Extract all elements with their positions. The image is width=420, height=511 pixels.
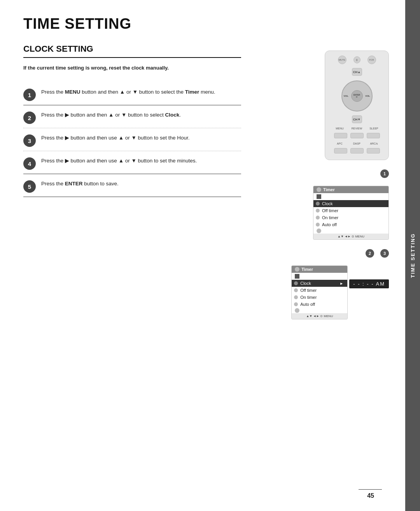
row1-buttons xyxy=(334,133,380,138)
menu2-auto-off: Auto off xyxy=(292,301,347,308)
sleep-label: SLEEP xyxy=(368,127,381,130)
diagrams-area: MUTE 0 FCR CH▲ VOL VOL ENTER⊙ xyxy=(272,51,389,319)
menu1-header: Timer xyxy=(313,186,388,193)
timer-bold: Timer xyxy=(185,89,200,95)
ref-2: 2 xyxy=(366,249,374,258)
step-text-5: Press the ENTER button to save. xyxy=(41,180,119,188)
arc-button[interactable] xyxy=(367,148,380,153)
apc-label: APC xyxy=(333,142,346,145)
menu1-header-icon xyxy=(317,187,321,192)
menu1-off-timer: Off timer xyxy=(313,207,388,214)
step-row-1: 1 Press the MENU button and then ▲ or ▼ … xyxy=(23,82,241,105)
remote-top-buttons: MUTE 0 FCR xyxy=(338,56,376,64)
step-text-4: Press the ▶ button and then use ▲ or ▼ b… xyxy=(41,157,197,165)
menu1-item5 xyxy=(313,228,388,234)
review-button[interactable] xyxy=(350,133,364,138)
clock-value-panel: - - : - - AM xyxy=(349,265,389,288)
menu2-header-icon xyxy=(295,267,299,272)
remote-control: MUTE 0 FCR CH▲ VOL VOL ENTER⊙ xyxy=(325,51,389,160)
apc-button[interactable] xyxy=(334,148,347,153)
menu-bold: MENU xyxy=(65,89,80,95)
ch-down-button[interactable]: CH▼ xyxy=(352,115,362,123)
steps-area: 1 Press the MENU button and then ▲ or ▼ … xyxy=(23,82,241,197)
enter-bold: ENTER xyxy=(65,181,83,187)
menu1-clock: Clock xyxy=(313,200,388,207)
step-text-3: Press the ▶ button and then use ▲ or ▼ b… xyxy=(41,134,189,142)
vol-right-label: VOL xyxy=(365,95,370,97)
ch-up-area: CH▲ xyxy=(352,68,362,76)
menu2-off-icon xyxy=(294,288,298,292)
timer-menu-1: Timer Clock Off timer On timer xyxy=(313,186,389,240)
fcr-button[interactable]: FCR xyxy=(368,56,376,64)
menu-button[interactable] xyxy=(334,133,347,138)
menu1-header-text: Timer xyxy=(323,187,335,192)
timer-menu-2: Timer Clock ► Off timer xyxy=(291,265,348,319)
section-title: CLOCK SETTING xyxy=(23,44,241,58)
menu2-item5 xyxy=(292,308,347,313)
menu1-off-icon xyxy=(316,209,320,213)
timer-menu-2-container: Timer Clock ► Off timer xyxy=(291,265,389,319)
vol-left-label: VOL xyxy=(344,95,348,97)
menu2-items: Clock ► Off timer On timer Auto off xyxy=(292,273,347,313)
menu1-auto-icon xyxy=(316,223,320,227)
menu2-off-timer: Off timer xyxy=(292,287,347,294)
step-text-2: Press the ▶ button and then ▲ or ▼ butto… xyxy=(41,111,181,119)
menu2-header: Timer xyxy=(292,266,347,273)
zero-button[interactable]: 0 xyxy=(354,56,360,63)
step-text-1: Press the MENU button and then ▲ or ▼ bu… xyxy=(41,88,215,96)
menu2-clock-arrow: ► xyxy=(340,281,343,286)
menu2-on-timer: On timer xyxy=(292,294,347,301)
menu2-footer: ▲▼ ◄► ⊙ MENU xyxy=(292,313,347,319)
page-container: TIME SETTING CLOCK SETTING If the curren… xyxy=(0,0,420,511)
ch-down-area: CH▼ xyxy=(352,115,362,123)
ref-row-23: 2 3 xyxy=(272,249,389,258)
arc-label: ARC/s xyxy=(368,142,381,145)
menu1-item-square xyxy=(313,193,388,200)
ref-1: 1 xyxy=(380,169,389,178)
ref-3: 3 xyxy=(380,249,389,258)
menu2-clock: Clock ► xyxy=(292,280,347,287)
menu2-auto-icon xyxy=(294,302,298,306)
menu2-header-text: Timer xyxy=(301,267,313,272)
step-number-4: 4 xyxy=(23,157,36,170)
review-label: REVIEW xyxy=(350,127,364,130)
menu1-on-timer: On timer xyxy=(313,214,388,221)
page-number: 45 xyxy=(367,492,374,499)
enter-center-button[interactable]: ENTER⊙ xyxy=(351,90,363,102)
dasp-label: DASP xyxy=(350,142,364,145)
ch-up-button[interactable]: CH▲ xyxy=(352,68,362,76)
menu2-item-square xyxy=(292,273,347,280)
menu1-on-icon xyxy=(316,216,320,220)
menu2-clock-icon xyxy=(294,281,298,285)
step-number-5: 5 xyxy=(23,180,36,193)
menu1-auto-off: Auto off xyxy=(313,221,388,228)
step-row-3: 3 Press the ▶ button and then use ▲ or ▼… xyxy=(23,128,241,151)
ref-row-1: 1 xyxy=(313,169,389,178)
clock-bold: Clock xyxy=(165,112,179,118)
side-tab-text: TIME SETTING xyxy=(410,233,416,278)
menu1-items: Clock Off timer On timer Auto off xyxy=(313,193,388,234)
nav-circle: VOL VOL ENTER⊙ xyxy=(341,80,373,112)
menu2-footer-text: ▲▼ ◄► ⊙ MENU xyxy=(306,314,333,318)
side-tab: TIME SETTING xyxy=(405,0,420,511)
step-row-5: 5 Press the ENTER button to save. xyxy=(23,174,241,197)
page-number-line xyxy=(359,489,382,490)
menu1-clock-icon xyxy=(316,202,320,206)
row2-labels: APC DASP ARC/s xyxy=(333,142,381,145)
step-number-2: 2 xyxy=(23,112,36,124)
menu2-on-icon xyxy=(294,295,298,299)
clock-value-display: - - : - - AM xyxy=(349,279,389,288)
row2-buttons xyxy=(334,148,380,153)
sleep-button[interactable] xyxy=(367,133,380,138)
mute-button[interactable]: MUTE xyxy=(338,56,346,64)
dasp-button[interactable] xyxy=(350,148,364,153)
row1-labels: MENU REVIEW SLEEP xyxy=(333,127,381,130)
step-number-1: 1 xyxy=(23,89,36,101)
menu1-footer-text: ▲▼ ◄► ⊙ MENU xyxy=(338,235,364,238)
page-title: TIME SETTING xyxy=(23,16,386,32)
menu-label: MENU xyxy=(333,127,346,130)
step-row-4: 4 Press the ▶ button and then use ▲ or ▼… xyxy=(23,151,241,174)
step-number-3: 3 xyxy=(23,134,36,147)
menu1-footer: ▲▼ ◄► ⊙ MENU xyxy=(313,234,388,239)
step-row-2: 2 Press the ▶ button and then ▲ or ▼ but… xyxy=(23,105,241,128)
